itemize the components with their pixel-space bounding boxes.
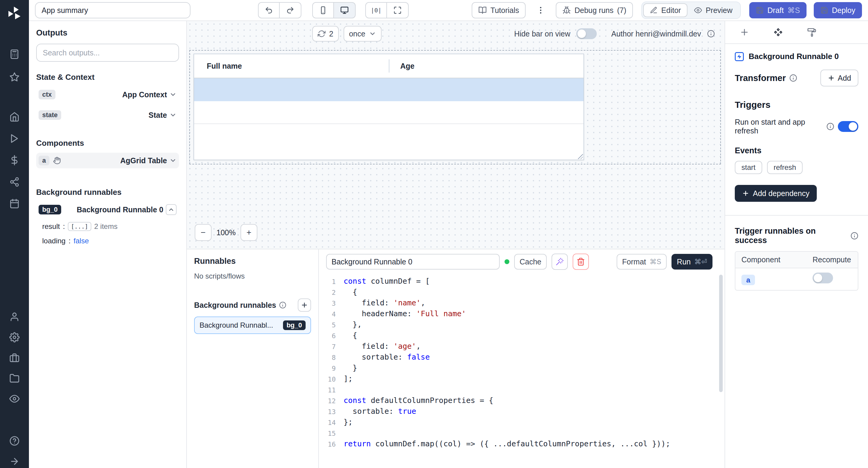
add-transformer-button[interactable]: Add bbox=[820, 70, 858, 87]
insert-component-tab[interactable] bbox=[740, 27, 749, 37]
editor-header: Cache Format ⌘S Run ⌘⏎ bbox=[319, 249, 724, 273]
runnable-item-badge: bg_0 bbox=[283, 321, 306, 330]
home-icon[interactable] bbox=[0, 108, 29, 125]
runs-icon[interactable] bbox=[0, 130, 29, 147]
format-button[interactable]: Format ⌘S bbox=[617, 254, 667, 270]
schedules-icon[interactable] bbox=[0, 195, 29, 212]
settings-icon[interactable] bbox=[0, 329, 29, 346]
recompute-toggle[interactable] bbox=[812, 272, 833, 283]
hide-bar-toggle[interactable] bbox=[576, 28, 597, 39]
resources-icon[interactable] bbox=[0, 173, 29, 190]
runnables-empty-label: No scripts/flows bbox=[194, 272, 311, 280]
run-button[interactable]: Run ⌘⏎ bbox=[672, 254, 712, 270]
collapse-sidebar-icon[interactable] bbox=[0, 453, 29, 468]
undo-button[interactable] bbox=[258, 2, 280, 19]
eye-icon bbox=[694, 6, 702, 14]
trigger-success-heading: Trigger runnables on success bbox=[735, 227, 847, 245]
ai-wand-button[interactable] bbox=[552, 254, 568, 270]
state-label: State bbox=[149, 111, 167, 120]
runnable-list-item-bg0[interactable]: Background Runnabl... bg_0 bbox=[194, 316, 311, 334]
aggrid-table-component[interactable]: Full name Age bbox=[193, 54, 584, 160]
run-on-start-toggle[interactable] bbox=[838, 121, 858, 132]
editor-mode-button[interactable]: Editor bbox=[643, 3, 687, 17]
variables-icon[interactable] bbox=[0, 152, 29, 169]
workers-icon[interactable] bbox=[0, 349, 29, 366]
column-header-full-name[interactable]: Full name bbox=[194, 62, 389, 70]
chevron-down-icon[interactable] bbox=[169, 91, 177, 98]
editor-scrollbar[interactable] bbox=[719, 275, 723, 392]
tutorials-button[interactable]: Tutorials bbox=[472, 2, 526, 19]
info-icon[interactable] bbox=[789, 74, 797, 82]
runnables-pane: Runnables No scripts/flows Background ru… bbox=[187, 249, 319, 468]
code-editor[interactable]: 1const columnDef = [2 {3 field: 'name',4… bbox=[319, 273, 724, 468]
windmill-logo[interactable] bbox=[0, 5, 29, 22]
more-menu-button[interactable] bbox=[534, 2, 547, 19]
favorites-icon[interactable] bbox=[0, 69, 29, 86]
centered-layout-button[interactable]: |0| bbox=[365, 2, 387, 19]
zoom-level: 100% bbox=[216, 228, 236, 237]
info-icon[interactable] bbox=[827, 123, 834, 130]
refresh-interval-select[interactable]: once bbox=[344, 26, 381, 41]
outputs-title: Outputs bbox=[36, 28, 179, 38]
zoom-out-button[interactable]: − bbox=[195, 224, 212, 241]
result-row[interactable]: result : [...] 2 items bbox=[36, 221, 179, 232]
component-a-badge: a bbox=[38, 156, 50, 165]
chevron-down-icon[interactable] bbox=[169, 157, 177, 164]
output-row-state[interactable]: state State bbox=[36, 107, 179, 123]
add-dependency-button[interactable]: Add dependency bbox=[735, 185, 817, 202]
delete-runnable-button[interactable] bbox=[572, 254, 589, 270]
desktop-view-button[interactable] bbox=[334, 2, 355, 19]
outputs-panel: Outputs State & Context ctx App Context … bbox=[29, 21, 187, 468]
zoom-in-button[interactable]: + bbox=[241, 224, 257, 241]
audit-logs-icon[interactable] bbox=[0, 390, 29, 407]
bg-runnables-heading: Background runnables bbox=[194, 301, 276, 310]
output-row-ctx[interactable]: ctx App Context bbox=[36, 87, 179, 102]
apps-icon[interactable] bbox=[0, 46, 29, 63]
cache-button[interactable]: Cache bbox=[514, 254, 547, 270]
author-label: Author henri@windmill.dev bbox=[611, 30, 701, 38]
preview-mode-button[interactable]: Preview bbox=[687, 3, 739, 17]
search-outputs-input[interactable] bbox=[36, 44, 179, 62]
runnable-name-input[interactable] bbox=[326, 254, 500, 270]
output-row-bg0[interactable]: bg_0 Background Runnable 0 bbox=[36, 202, 179, 218]
draft-label: Draft bbox=[767, 6, 784, 15]
add-background-runnable-button[interactable] bbox=[298, 298, 311, 312]
loading-value: false bbox=[73, 237, 89, 245]
app-canvas[interactable]: 2 once Hide bar on view Author henri@win… bbox=[187, 21, 724, 249]
divider bbox=[725, 215, 868, 215]
expand-json-button[interactable]: [...] bbox=[68, 222, 91, 231]
draft-button[interactable]: Draft ⌘S bbox=[749, 2, 807, 19]
preview-mode-label: Preview bbox=[706, 6, 733, 15]
chevron-down-icon bbox=[369, 30, 376, 37]
left-rail bbox=[0, 0, 29, 468]
refresh-app-button[interactable]: 2 bbox=[312, 26, 339, 41]
events-heading: Events bbox=[735, 146, 858, 156]
folders-icon[interactable] bbox=[0, 370, 29, 387]
deploy-button[interactable]: Deploy bbox=[814, 2, 862, 19]
runnables-title: Runnables bbox=[194, 257, 311, 266]
theme-tab[interactable] bbox=[807, 27, 817, 37]
redo-button[interactable] bbox=[280, 2, 301, 19]
resize-handle[interactable] bbox=[577, 153, 583, 159]
output-row-component-a[interactable]: a AgGrid Table bbox=[36, 153, 179, 168]
fullscreen-button[interactable] bbox=[387, 2, 409, 19]
debug-runs-label: Debug runs bbox=[575, 6, 613, 15]
info-icon[interactable] bbox=[707, 30, 715, 38]
mobile-view-button[interactable] bbox=[312, 2, 334, 19]
column-header-age[interactable]: Age bbox=[390, 62, 414, 70]
chevron-up-icon[interactable] bbox=[166, 204, 177, 215]
info-icon[interactable] bbox=[850, 232, 858, 240]
device-toggle-group bbox=[312, 2, 355, 19]
component-settings-tab[interactable] bbox=[773, 27, 783, 37]
table-row[interactable] bbox=[194, 101, 584, 124]
draft-shortcut: ⌘S bbox=[787, 6, 800, 15]
account-icon[interactable] bbox=[0, 308, 29, 325]
info-icon[interactable] bbox=[279, 301, 286, 309]
table-row-selected[interactable] bbox=[194, 78, 584, 101]
debug-runs-button[interactable]: Debug runs (7) bbox=[556, 2, 633, 19]
zoom-control: − 100% + bbox=[195, 224, 257, 241]
chevron-down-icon[interactable] bbox=[169, 111, 177, 119]
state-badge: state bbox=[38, 110, 61, 120]
app-summary-input[interactable] bbox=[35, 2, 190, 19]
help-icon[interactable] bbox=[0, 432, 29, 449]
